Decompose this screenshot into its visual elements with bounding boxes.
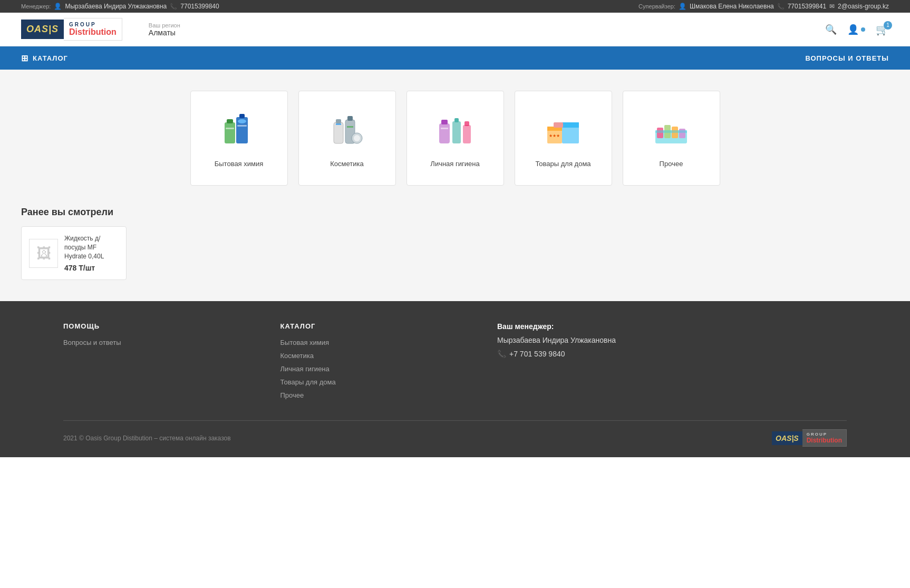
footer-manager-phone-number: +7 701 539 9840: [509, 350, 565, 358]
category-card-other[interactable]: Прочее: [623, 91, 720, 186]
svg-rect-26: [554, 122, 563, 128]
svg-rect-12: [347, 126, 353, 128]
category-label-cosmetics: Косметика: [330, 160, 363, 168]
footer-logo: OAS|S GROUP Distribution: [772, 429, 847, 447]
logo-oasis-text: OAS|S: [26, 24, 59, 35]
main-content: Бытовая химия Косметика: [0, 70, 910, 301]
main-nav: ⊞ КАТАЛОГ ВОПРОСЫ И ОТВЕТЫ: [0, 46, 910, 70]
footer-manager-col: Ваш менеджер: Мырзабаева Индира Улжакано…: [497, 322, 847, 404]
footer-link-hygiene[interactable]: Личная гигиена: [280, 365, 456, 373]
region-label: Ваш регион: [149, 22, 180, 28]
manager-label: Менеджер:: [21, 3, 51, 9]
logo-link[interactable]: OAS|S GROUP Distribution: [21, 18, 122, 41]
logo-box: OAS|S: [21, 20, 64, 39]
footer-help-col: ПОМОЩЬ Вопросы и ответы: [63, 322, 238, 404]
category-img-household: [218, 109, 260, 151]
search-icon[interactable]: 🔍: [825, 24, 837, 35]
supervisor-name: Шмакова Елена Николаевна: [690, 3, 774, 10]
nav-faq[interactable]: ВОПРОСЫ И ОТВЕТЫ: [805, 54, 889, 62]
footer: ПОМОЩЬ Вопросы и ответы КАТАЛОГ Бытовая …: [0, 301, 910, 457]
nav-catalog-label: КАТАЛОГ: [33, 54, 68, 62]
image-placeholder-icon: 🖼: [36, 245, 51, 262]
category-card-home[interactable]: ★★★ Товары для дома: [515, 91, 612, 186]
recently-item-name: Жидкость д/посуды MF Hydrate 0,40L: [64, 234, 119, 261]
svg-rect-32: [679, 129, 685, 138]
svg-rect-20: [463, 125, 471, 143]
svg-rect-33: [655, 130, 687, 133]
recently-item-info: Жидкость д/посуды MF Hydrate 0,40L 478 Т…: [64, 234, 119, 272]
nav-faq-label: ВОПРОСЫ И ОТВЕТЫ: [805, 54, 889, 62]
footer-logo-oasis-text: OAS|S: [776, 434, 799, 442]
nav-catalog[interactable]: ⊞ КАТАЛОГ: [21, 53, 76, 63]
footer-manager-heading: Ваш менеджер:: [497, 322, 847, 331]
header-actions: 🔍 👤 🛒 1: [825, 23, 889, 36]
category-card-cosmetics[interactable]: Косметика: [298, 91, 396, 186]
svg-rect-5: [226, 128, 234, 129]
category-label-household: Бытовая химия: [215, 160, 264, 168]
svg-rect-3: [239, 114, 245, 118]
footer-logo-right: GROUP Distribution: [802, 429, 847, 447]
footer-copyright: 2021 © Oasis Group Distibution – система…: [63, 435, 231, 442]
recently-viewed-section: Ранее вы смотрели 🖼 Жидкость д/посуды MF…: [21, 207, 889, 280]
svg-text:★★★: ★★★: [549, 133, 560, 138]
logo-group-text: GROUP: [69, 22, 117, 27]
category-card-household[interactable]: Бытовая химия: [190, 91, 288, 186]
svg-rect-0: [225, 122, 235, 143]
region-info: Ваш регион Алматы: [149, 22, 180, 37]
svg-rect-9: [336, 123, 341, 125]
svg-rect-1: [227, 119, 233, 123]
recently-card[interactable]: 🖼 Жидкость д/посуды MF Hydrate 0,40L 478…: [21, 226, 127, 280]
manager-info: Менеджер: Мырзабаева Индира Улжакановна …: [21, 3, 219, 10]
footer-logo-box: OAS|S: [772, 431, 802, 445]
user-active-dot: [861, 27, 865, 32]
footer-manager-name: Мырзабаева Индира Улжакановна: [497, 336, 847, 344]
footer-link-other[interactable]: Прочее: [280, 391, 456, 399]
svg-rect-17: [441, 128, 448, 129]
svg-rect-19: [454, 118, 459, 122]
supervisor-user-icon: [679, 3, 686, 10]
category-img-hygiene: [434, 109, 476, 151]
category-card-hygiene[interactable]: Личная гигиена: [406, 91, 504, 186]
cart-icon[interactable]: 🛒 1: [876, 23, 889, 36]
supervisor-email: 2@oasis-group.kz: [838, 3, 889, 10]
svg-rect-7: [334, 122, 343, 143]
footer-logo-distribution: Distribution: [807, 437, 842, 444]
svg-point-4: [238, 119, 246, 123]
footer-logo-group: GROUP: [807, 432, 842, 437]
svg-rect-11: [347, 116, 353, 121]
supervisor-phone-icon: [777, 3, 785, 10]
footer-catalog-heading: КАТАЛОГ: [280, 322, 456, 330]
top-bar: Менеджер: Мырзабаева Индира Улжакановна …: [0, 0, 910, 13]
category-label-home: Товары для дома: [535, 160, 590, 168]
footer-manager-phone: 📞 +7 701 539 9840: [497, 350, 847, 358]
svg-rect-15: [439, 123, 450, 143]
svg-rect-16: [441, 120, 448, 124]
header: OAS|S GROUP Distribution Ваш регион Алма…: [0, 13, 910, 46]
footer-link-faq[interactable]: Вопросы и ответы: [63, 339, 238, 346]
svg-rect-21: [464, 121, 469, 126]
supervisor-label: Супервайзер:: [638, 3, 675, 9]
manager-phone: 77015399840: [180, 3, 219, 10]
category-img-home: ★★★: [542, 109, 584, 151]
recently-item-price: 478 Т/шт: [64, 264, 119, 272]
svg-rect-25: [562, 122, 579, 128]
svg-point-14: [354, 135, 360, 141]
category-grid: Бытовая химия Косметика: [21, 91, 889, 186]
supervisor-email-icon: [829, 3, 835, 10]
category-label-hygiene: Личная гигиена: [430, 160, 479, 168]
category-img-cosmetics: [326, 109, 368, 151]
manager-user-icon: [54, 3, 62, 10]
footer-phone-icon: 📞: [497, 350, 506, 358]
supervisor-phone: 77015399841: [788, 3, 826, 10]
logo-distribution-text: Distribution: [69, 27, 117, 37]
category-img-other: [650, 109, 692, 151]
user-menu[interactable]: 👤: [847, 24, 865, 35]
footer-link-cosmetics[interactable]: Косметика: [280, 352, 456, 360]
footer-bottom: 2021 © Oasis Group Distibution – система…: [63, 420, 847, 447]
footer-link-home[interactable]: Товары для дома: [280, 378, 456, 386]
footer-link-household[interactable]: Бытовая химия: [280, 339, 456, 346]
supervisor-info: Супервайзер: Шмакова Елена Николаевна 77…: [638, 3, 889, 10]
svg-rect-6: [237, 125, 247, 127]
recently-item-img: 🖼: [29, 239, 58, 268]
footer-catalog-col: КАТАЛОГ Бытовая химия Косметика Личная г…: [280, 322, 456, 404]
